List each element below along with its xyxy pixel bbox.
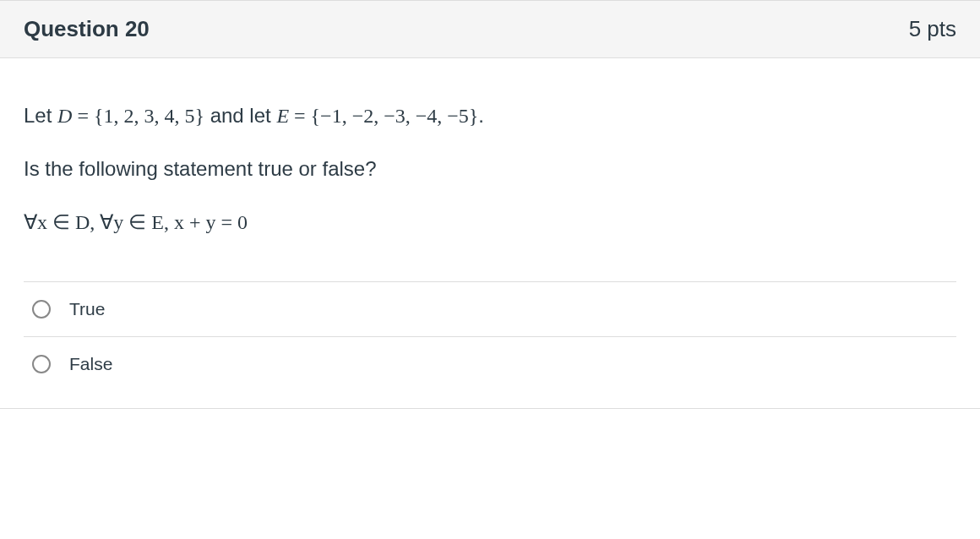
question-line-3: ∀x ∈ D, ∀y ∈ E, x + y = 0 bbox=[24, 205, 956, 240]
radio-icon bbox=[32, 355, 51, 373]
math-D: D bbox=[57, 105, 72, 127]
math-eq1: = bbox=[72, 105, 94, 127]
options-list: True False bbox=[24, 281, 956, 391]
question-title: Question 20 bbox=[24, 16, 150, 42]
text-period: . bbox=[478, 104, 484, 127]
option-label: False bbox=[69, 354, 112, 374]
text-and: and let bbox=[204, 104, 276, 127]
question-line-1: Let D = {1, 2, 3, 4, 5} and let E = {−1,… bbox=[24, 99, 956, 133]
question-line-2: Is the following statement true or false… bbox=[24, 152, 956, 187]
question-points: 5 pts bbox=[909, 16, 956, 42]
math-Dset: {1, 2, 3, 4, 5} bbox=[94, 105, 204, 127]
question-text: Let D = {1, 2, 3, 4, 5} and let E = {−1,… bbox=[24, 99, 956, 239]
math-eq2: = bbox=[289, 105, 311, 127]
option-false[interactable]: False bbox=[24, 337, 956, 391]
math-Eset: {−1, −2, −3, −4, −5} bbox=[311, 105, 479, 127]
question-body: Let D = {1, 2, 3, 4, 5} and let E = {−1,… bbox=[0, 58, 980, 408]
question-header: Question 20 5 pts bbox=[0, 1, 980, 58]
radio-icon bbox=[32, 300, 51, 318]
option-true[interactable]: True bbox=[24, 282, 956, 337]
math-E: E bbox=[276, 105, 289, 127]
math-statement: ∀x ∈ D, ∀y ∈ E, x + y = 0 bbox=[24, 211, 248, 233]
question-container: Question 20 5 pts Let D = {1, 2, 3, 4, 5… bbox=[0, 0, 980, 409]
text-let: Let bbox=[24, 104, 57, 127]
option-label: True bbox=[69, 299, 105, 319]
